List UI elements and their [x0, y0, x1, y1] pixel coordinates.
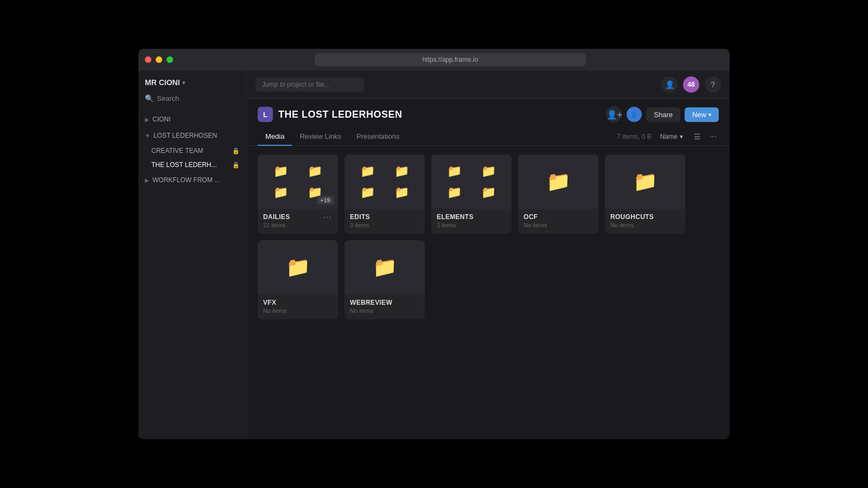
- subfolder-icon: 📁: [360, 164, 375, 178]
- traffic-light-red[interactable]: [145, 56, 151, 63]
- share-button[interactable]: Share: [646, 107, 680, 122]
- folder-items: No items: [610, 222, 654, 228]
- top-bar: 👤 48 ?: [247, 70, 730, 99]
- folder-webreview[interactable]: 📁 WEBREVIEW No items: [344, 240, 425, 319]
- nav-label: LOST LEDERHOSEN: [154, 132, 217, 139]
- folder-vfx[interactable]: 📁 VFX No items: [258, 240, 338, 319]
- folder-name: EDITS: [350, 213, 370, 221]
- folders-grid: 📁 📁 📁 📁 +19 DAILIES 21 items: [258, 155, 719, 319]
- sidebar-item-lost-lederhosen[interactable]: ▼ LOST LEDERHOSEN +: [138, 127, 246, 144]
- folder-name: VFX: [263, 299, 286, 306]
- chevron-down-icon: ▼: [145, 133, 150, 139]
- nav-label: WORKFLOW FROM ...: [152, 176, 220, 184]
- chevron-right-icon: ▶: [145, 117, 149, 123]
- folder-icon: 📁: [633, 170, 658, 193]
- subfolder-icon: 📁: [308, 164, 322, 178]
- folder-more-button[interactable]: ⋯: [322, 213, 333, 222]
- nav-label: CIONI: [152, 115, 170, 123]
- chevron-right-icon: ▶: [145, 177, 149, 183]
- folder-name: WEBREVIEW: [350, 299, 392, 306]
- folder-elements[interactable]: 📁 📁 📁 📁 ELEMENTS 3 items: [431, 155, 512, 234]
- folder-dailies[interactable]: 📁 📁 📁 📁 +19 DAILIES 21 items: [258, 155, 338, 234]
- browser-chrome: https://app.frame.io: [138, 49, 730, 70]
- folder-extra-count: +19: [317, 196, 334, 204]
- project-header: L THE LOST LEDERHOSEN 👤+ 👤 Share New ▾: [247, 99, 730, 128]
- folder-icon: 📁: [546, 170, 571, 193]
- sidebar-item-workflow-from[interactable]: ▶ WORKFLOW FROM ... +: [138, 172, 246, 188]
- jump-to-input[interactable]: [256, 78, 364, 92]
- subfolder-icon: 📁: [447, 185, 462, 200]
- folder-name: DAILIES: [263, 213, 290, 221]
- list-view-button[interactable]: ☰: [692, 130, 703, 143]
- folder-thumbnail: 📁: [605, 155, 685, 209]
- folder-name: OCF: [524, 213, 547, 221]
- add-member-button[interactable]: 👤+: [606, 106, 622, 123]
- folder-items: No items: [350, 307, 392, 314]
- traffic-light-yellow[interactable]: [156, 56, 162, 63]
- search-icon: 🔍: [145, 94, 154, 102]
- subfolder-icon: 📁: [273, 185, 288, 200]
- folder-icon: 📁: [373, 256, 397, 279]
- folder-thumbnail: 📁 📁 📁 📁 +19: [258, 155, 338, 209]
- main-content: 👤 48 ? L THE LOST LEDERHOSEN 👤+: [247, 70, 730, 439]
- search-label: Search: [157, 94, 179, 102]
- tab-review-links[interactable]: Review Links: [292, 128, 349, 146]
- browser-window: https://app.frame.io MR CIONI ▾ 🔍 Search: [138, 49, 730, 439]
- sidebar-header: MR CIONI ▾: [138, 70, 246, 92]
- folder-items: No items: [524, 222, 547, 228]
- sidebar-item-cioni[interactable]: ▶ CIONI +: [138, 111, 246, 127]
- subfolder-icon: 📁: [360, 185, 375, 200]
- workspace-name[interactable]: MR CIONI ▾: [145, 78, 185, 87]
- member-avatar: 👤: [627, 107, 642, 122]
- new-button[interactable]: New ▾: [685, 107, 719, 122]
- items-info: 7 items, 0 B: [617, 133, 651, 140]
- help-icon-btn[interactable]: ?: [705, 76, 721, 93]
- sidebar-search[interactable]: 🔍 Search: [138, 92, 246, 109]
- sidebar: MR CIONI ▾ 🔍 Search ▶ CIONI +: [138, 70, 247, 439]
- folder-items: 3 items: [437, 222, 474, 228]
- sidebar-item-the-lost-lederh[interactable]: THE LOST LEDERH... 🔒: [138, 158, 246, 172]
- folder-thumbnail: 📁 📁 📁 📁: [344, 155, 425, 209]
- folder-thumbnail: 📁: [344, 240, 425, 294]
- folder-name: ROUGHCUTS: [610, 213, 654, 221]
- more-options-button[interactable]: ···: [707, 130, 719, 144]
- folder-thumbnail: 📁: [518, 155, 598, 209]
- sidebar-nav: ▶ CIONI + ▼ LOST LEDERHOSEN + CR: [138, 109, 246, 439]
- notification-badge[interactable]: 48: [683, 76, 699, 93]
- tabs-bar: Media Review Links Presentations 7 items…: [247, 128, 730, 146]
- app-layout: MR CIONI ▾ 🔍 Search ▶ CIONI +: [138, 70, 730, 439]
- folder-icon: 📁: [286, 256, 310, 279]
- folder-name: ELEMENTS: [437, 213, 474, 221]
- people-icon-btn[interactable]: 👤: [661, 76, 678, 93]
- tab-presentations[interactable]: Presentations: [349, 128, 407, 146]
- traffic-light-green[interactable]: [167, 56, 173, 63]
- nav-label: THE LOST LEDERH...: [151, 161, 216, 169]
- subfolder-icon: 📁: [273, 164, 288, 178]
- folders-area: 📁 📁 📁 📁 +19 DAILIES 21 items: [247, 146, 730, 439]
- sidebar-item-creative-team[interactable]: CREATIVE TEAM 🔒: [138, 144, 246, 158]
- folder-edits[interactable]: 📁 📁 📁 📁 EDITS 3 items: [344, 155, 425, 234]
- folder-thumbnail: 📁 📁 📁 📁: [431, 155, 512, 209]
- dropdown-arrow-icon: ▾: [709, 112, 711, 118]
- sort-button[interactable]: Name ▾: [656, 131, 687, 143]
- subfolder-icon: 📁: [394, 164, 409, 178]
- workspace-chevron-icon: ▾: [182, 80, 185, 86]
- project-icon: L: [258, 107, 273, 122]
- subfolder-icon: 📁: [394, 185, 409, 200]
- url-display: https://app.frame.io: [423, 56, 478, 63]
- subfolder-icon: 📁: [447, 164, 462, 178]
- nav-label: CREATIVE TEAM: [151, 147, 203, 155]
- folder-ocf[interactable]: 📁 OCF No items: [518, 155, 598, 234]
- lock-icon: 🔒: [232, 162, 240, 169]
- address-bar[interactable]: https://app.frame.io: [315, 53, 586, 66]
- project-title: THE LOST LEDERHOSEN: [278, 109, 403, 120]
- folder-thumbnail: 📁: [258, 240, 338, 294]
- folder-items: 21 items: [263, 222, 290, 228]
- lock-icon: 🔒: [232, 147, 240, 155]
- subfolder-icon: 📁: [481, 185, 496, 200]
- subfolder-icon: 📁: [481, 164, 496, 178]
- folder-roughcuts[interactable]: 📁 ROUGHCUTS No items: [605, 155, 685, 234]
- folder-items: 3 items: [350, 222, 370, 228]
- tab-media[interactable]: Media: [258, 128, 292, 146]
- folder-items: No items: [263, 307, 286, 314]
